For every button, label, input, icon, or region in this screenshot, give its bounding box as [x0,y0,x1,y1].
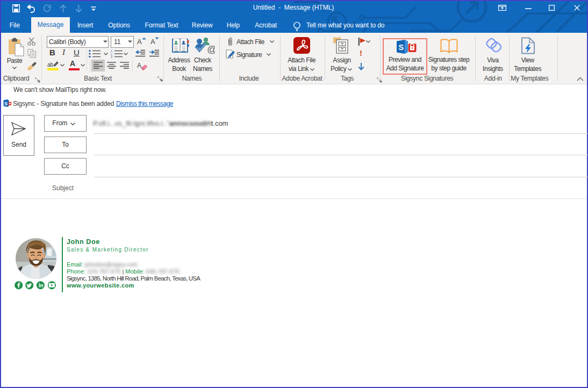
svg-text:3: 3 [111,55,112,58]
svg-text:S: S [4,101,8,106]
svg-text:S: S [399,43,404,52]
svg-text:@: @ [207,44,215,55]
svg-text:A: A [137,62,141,69]
svg-text:ab: ab [47,62,54,68]
